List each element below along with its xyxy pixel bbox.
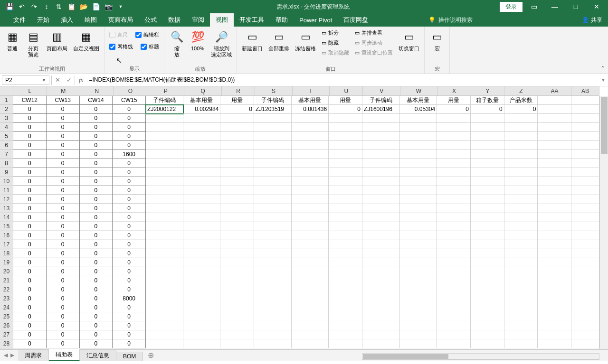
minimize-icon[interactable]: — (545, 0, 564, 13)
cell-Y10[interactable] (471, 177, 504, 186)
cell-L4[interactable]: 0 (13, 122, 47, 132)
cell-L10[interactable]: 0 (13, 177, 47, 186)
cell-L19[interactable]: 0 (13, 258, 47, 267)
cell-X7[interactable] (437, 150, 471, 159)
cell-V10[interactable] (362, 177, 400, 186)
col-header-Z[interactable]: Z (504, 86, 538, 95)
cell-T1[interactable]: 基本用量 (292, 96, 329, 105)
cell-AA14[interactable] (538, 213, 571, 222)
cell-AB15[interactable] (571, 222, 599, 231)
close-icon[interactable]: ✕ (587, 0, 606, 13)
qat-btn-1[interactable]: ↶ (16, 1, 28, 12)
cell-M1[interactable]: CW13 (46, 96, 80, 105)
cell-P9[interactable] (146, 168, 183, 177)
cell-U3[interactable] (329, 114, 362, 123)
menu-数据[interactable]: 数据 (162, 13, 186, 27)
cell-R5[interactable] (220, 132, 254, 141)
cell-Y11[interactable] (471, 186, 504, 195)
cell-W28[interactable] (400, 339, 437, 348)
cell-AB6[interactable] (571, 141, 599, 150)
cell-Q13[interactable] (183, 204, 221, 213)
cell-R21[interactable] (220, 276, 254, 285)
cell-T26[interactable] (292, 321, 329, 330)
cell-Q9[interactable] (183, 168, 221, 177)
cell-Z20[interactable] (504, 267, 538, 276)
cell-P15[interactable] (146, 222, 183, 231)
cell-AB28[interactable] (571, 339, 599, 348)
row-header-7[interactable]: 7 (0, 150, 13, 159)
cell-V24[interactable] (362, 303, 400, 312)
cell-Q20[interactable] (183, 267, 221, 276)
cell-T18[interactable] (292, 249, 329, 258)
cell-S27[interactable] (254, 330, 292, 339)
cell-AA26[interactable] (538, 321, 571, 330)
cell-M23[interactable]: 0 (46, 294, 80, 303)
cell-R24[interactable] (220, 303, 254, 312)
cell-X26[interactable] (437, 321, 471, 330)
cell-W23[interactable] (400, 294, 437, 303)
cell-P7[interactable] (146, 150, 183, 159)
cell-Y24[interactable] (471, 303, 504, 312)
cell-T3[interactable] (292, 114, 329, 123)
cell-S6[interactable] (254, 141, 292, 150)
cell-R27[interactable] (220, 330, 254, 339)
cell-O20[interactable]: 0 (112, 267, 146, 276)
cell-L6[interactable]: 0 (13, 140, 47, 150)
menu-页面布局[interactable]: 页面布局 (103, 13, 139, 27)
cell-Y2[interactable]: 0 (471, 105, 504, 114)
cell-W18[interactable] (400, 249, 437, 258)
cell-T15[interactable] (292, 222, 329, 231)
cell-S16[interactable] (254, 231, 292, 240)
row-header-11[interactable]: 11 (0, 186, 13, 195)
row-header-2[interactable]: 2 (0, 105, 13, 114)
cell-AA10[interactable] (538, 177, 571, 186)
cell-N2[interactable]: 0 (79, 104, 113, 114)
cell-R13[interactable] (220, 204, 254, 213)
cell-AA12[interactable] (538, 195, 571, 204)
cell-T16[interactable] (292, 231, 329, 240)
cell-U13[interactable] (329, 204, 362, 213)
ribbon-btn-自定义视图[interactable]: ▦自定义视图 (71, 28, 101, 53)
cell-X13[interactable] (437, 204, 471, 213)
cell-R26[interactable] (220, 321, 254, 330)
cell-AB12[interactable] (571, 195, 599, 204)
row-header-10[interactable]: 10 (0, 177, 13, 186)
cell-O28[interactable]: 0 (112, 339, 146, 348)
cell-AA7[interactable] (538, 150, 571, 159)
cell-S11[interactable] (254, 186, 292, 195)
cell-P28[interactable] (146, 339, 183, 348)
sheet-tab-BOM[interactable]: BOM (116, 352, 143, 361)
cell-AA11[interactable] (538, 186, 571, 195)
cell-R20[interactable] (220, 267, 254, 276)
cell-AA13[interactable] (538, 204, 571, 213)
cell-P1[interactable]: 子件编码 (146, 96, 183, 105)
cell-M14[interactable]: 0 (46, 213, 80, 222)
qat-btn-4[interactable]: ⇅ (53, 1, 65, 12)
cell-Z5[interactable] (504, 132, 538, 141)
cell-Q10[interactable] (183, 177, 221, 186)
row-header-18[interactable]: 18 (0, 249, 13, 258)
cell-AB11[interactable] (571, 186, 599, 195)
menu-文件[interactable]: 文件 (8, 13, 31, 27)
cell-W25[interactable] (400, 312, 437, 321)
cell-S5[interactable] (254, 132, 292, 141)
cell-P19[interactable] (146, 258, 183, 267)
cell-X17[interactable] (437, 240, 471, 249)
cell-T7[interactable] (292, 150, 329, 159)
cell-S20[interactable] (254, 267, 292, 276)
cell-Z14[interactable] (504, 213, 538, 222)
cell-O14[interactable]: 0 (112, 213, 146, 222)
cell-L14[interactable]: 0 (13, 213, 47, 222)
cell-S9[interactable] (254, 168, 292, 177)
cell-Y12[interactable] (471, 195, 504, 204)
cell-P13[interactable] (146, 204, 183, 213)
cell-AA17[interactable] (538, 240, 571, 249)
menu-审阅[interactable]: 审阅 (186, 13, 210, 27)
menu-绘图[interactable]: 绘图 (79, 13, 103, 27)
row-header-21[interactable]: 21 (0, 276, 13, 285)
row-header-19[interactable]: 19 (0, 258, 13, 267)
row-header-27[interactable]: 27 (0, 330, 13, 339)
cell-V7[interactable] (362, 150, 400, 159)
cell-V1[interactable]: 子件编码 (362, 96, 400, 105)
row-header-5[interactable]: 5 (0, 132, 13, 141)
